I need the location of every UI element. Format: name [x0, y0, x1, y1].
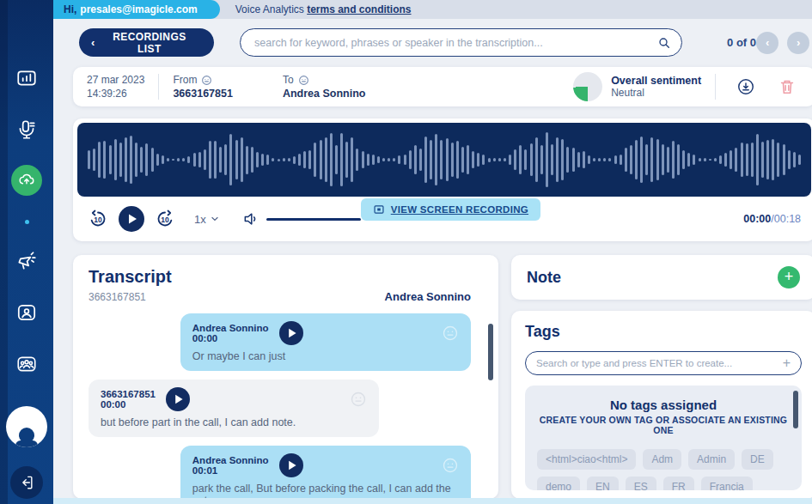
contact-card-icon[interactable]	[14, 300, 40, 325]
volume-icon[interactable]	[242, 210, 259, 228]
tag-chip[interactable]: demo	[537, 477, 580, 490]
waveform-bar	[551, 144, 553, 176]
waveform-bar	[714, 158, 717, 161]
prev-recording-button[interactable]: ‹	[756, 32, 778, 54]
waveform-bar	[693, 155, 695, 165]
add-note-button[interactable]: +	[778, 266, 800, 288]
waveform-bar	[125, 137, 127, 182]
logout-icon[interactable]	[10, 466, 43, 499]
tag-chip[interactable]: DE	[742, 449, 773, 470]
waveform-bar	[798, 155, 801, 166]
tag-chip[interactable]: ES	[626, 477, 656, 490]
sentiment-pie-icon	[573, 72, 602, 101]
waveform-bar	[330, 133, 333, 186]
waveform[interactable]	[77, 123, 811, 197]
waveform-bar	[751, 143, 754, 177]
tags-panel: Tags + No tags assigned CREATE YOUR OWN …	[511, 311, 812, 499]
tags-box: No tags assigned CREATE YOUR OWN TAG OR …	[525, 386, 802, 490]
waveform-bar	[362, 151, 364, 168]
waveform-bar	[477, 153, 479, 166]
bubble-sentiment-icon[interactable]	[350, 391, 367, 408]
tag-chip[interactable]: <html>ciao<html>	[537, 449, 636, 470]
waveform-bar	[472, 151, 474, 167]
playback-speed-selector[interactable]: 1x	[194, 213, 220, 226]
tag-search-input[interactable]	[536, 358, 783, 368]
waveform-bar	[656, 139, 659, 179]
delete-button[interactable]	[771, 77, 803, 96]
waveform-bar	[219, 147, 222, 173]
tag-chip[interactable]: EN	[587, 477, 619, 490]
terms-link[interactable]: terms and conditions	[307, 3, 411, 15]
upload-icon[interactable]	[11, 165, 42, 196]
time-current: 00:00	[743, 213, 771, 225]
tag-chip[interactable]: FR	[663, 477, 694, 490]
waveform-bar	[308, 150, 311, 168]
waveform-bar	[303, 151, 306, 168]
user-avatar[interactable]	[6, 406, 47, 447]
waveform-bar	[635, 140, 638, 180]
waveform-bar	[393, 158, 395, 161]
bubble-play-button[interactable]	[166, 387, 190, 411]
tags-scrollbar-thumb[interactable]	[793, 391, 798, 428]
waveform-bar	[561, 139, 564, 180]
waveform-bar	[724, 153, 727, 166]
no-tags-title: No tags assigned	[537, 398, 790, 412]
overall-sentiment: Overall sentiment Neutral	[573, 72, 803, 101]
transcript-scrollbar[interactable]	[488, 324, 493, 487]
waveform-bar	[577, 152, 580, 168]
tag-chip[interactable]: Admin	[688, 449, 735, 470]
add-tag-icon[interactable]: +	[783, 355, 791, 371]
rewind-10-button[interactable]: 10	[88, 209, 108, 229]
from-value: 3663167851	[173, 88, 233, 100]
transcript-bubble: Andrea Sonnino00:00Or maybe I can just	[180, 313, 471, 371]
waveform-bar	[256, 152, 259, 167]
waveform-bar	[241, 137, 243, 182]
bubble-sentiment-icon[interactable]	[442, 325, 459, 342]
play-button[interactable]	[119, 206, 144, 232]
time-total: /00:18	[771, 213, 801, 225]
waveform-bar	[440, 140, 443, 179]
forward-10-button[interactable]: 10	[155, 209, 175, 229]
footer-strip	[53, 498, 812, 504]
waveform-bar	[772, 139, 774, 179]
team-icon[interactable]	[14, 351, 40, 377]
waveform-bar	[103, 141, 106, 178]
waveform-bar	[572, 148, 575, 173]
search-input[interactable]	[254, 37, 657, 49]
recording-datetime: 27 mar 2023 14:39:26	[85, 74, 158, 100]
waveform-bar	[229, 134, 232, 185]
tag-chip[interactable]: Adm	[643, 449, 681, 470]
next-recording-button[interactable]: ›	[787, 32, 809, 54]
tag-chips: <html>ciao<html>AdmAdminDEdemoENESFRFran…	[537, 449, 790, 490]
waveform-bar	[177, 158, 180, 162]
waveform-bar	[251, 147, 253, 173]
waveform-bar	[783, 144, 785, 175]
tag-chip[interactable]: Francia	[701, 477, 753, 490]
bubble-play-button[interactable]	[279, 321, 303, 345]
announcement-icon[interactable]	[14, 248, 40, 274]
waveform-bar	[340, 133, 343, 185]
waveform-bar	[88, 150, 90, 168]
waveform-bar	[667, 147, 669, 172]
recordings-mic-icon[interactable]	[14, 117, 40, 143]
waveform-bar	[398, 155, 400, 164]
waveform-bar	[598, 158, 601, 161]
waveform-bar	[224, 144, 227, 176]
volume-slider[interactable]	[266, 218, 361, 221]
chevron-down-icon	[210, 214, 220, 224]
download-button[interactable]	[730, 77, 762, 96]
recording-from: From 3663167851	[159, 74, 247, 100]
to-value: Andrea Sonnino	[283, 88, 366, 100]
waveform-bar	[193, 153, 196, 167]
analytics-icon[interactable]	[14, 65, 40, 91]
bubble-timestamp: 00:00	[192, 333, 269, 343]
waveform-bar	[677, 144, 680, 176]
recordings-list-back-button[interactable]: ‹ RECORDINGS LIST	[79, 28, 214, 57]
waveform-bar	[593, 158, 595, 161]
view-screen-recording-button[interactable]: VIEW SCREEN RECORDING	[361, 198, 540, 221]
bubble-text: park the call, But before packing the ca…	[192, 483, 459, 499]
waveform-bar	[135, 143, 137, 178]
scrollbar-thumb[interactable]	[488, 324, 493, 380]
bubble-play-button[interactable]	[279, 453, 303, 477]
bubble-sentiment-icon[interactable]	[442, 457, 459, 474]
